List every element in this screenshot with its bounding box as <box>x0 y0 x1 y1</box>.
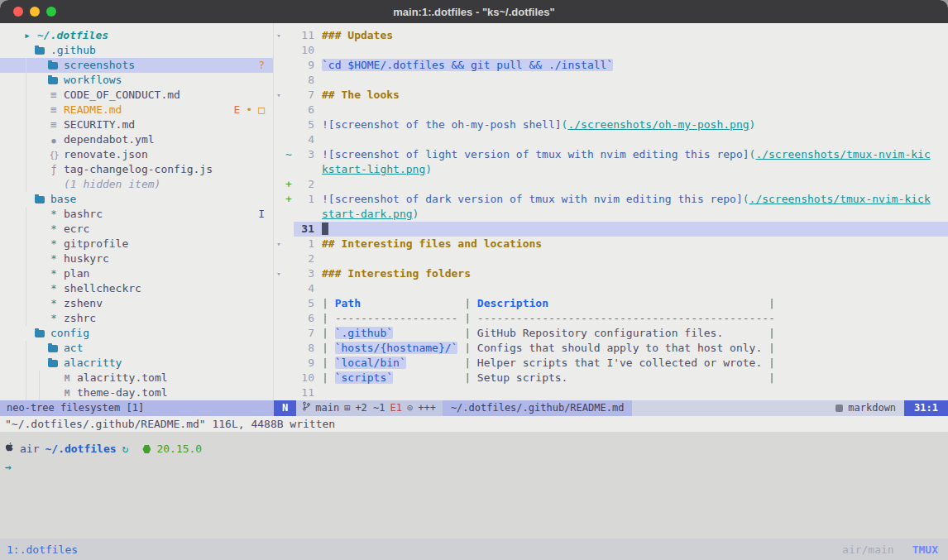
shellscript-icon: * <box>48 207 60 222</box>
editor-line[interactable]: 4 <box>274 132 948 147</box>
neo-tree-statusline: neo-tree filesystem [1] <box>0 400 274 416</box>
statusline-filepath: ~/.dotfiles/.github/README.md <box>443 400 633 416</box>
editor-line[interactable]: 4 <box>274 281 948 296</box>
tree-item-config[interactable]: config <box>0 326 273 341</box>
tmux-window-name[interactable]: 1:.dotfiles <box>7 543 78 556</box>
fold-marker-icon[interactable]: ▾ <box>274 28 284 43</box>
tree-item-theme-day-toml[interactable]: Mtheme-day.toml <box>0 385 273 400</box>
shell-pane[interactable]: air ~/.dotfiles ↻ 20.15.0 → <box>0 432 948 538</box>
editor-line[interactable]: +2 <box>274 177 948 192</box>
editor-line[interactable]: ~3![screenshot of light version of tmux … <box>274 147 948 162</box>
indent-guide <box>26 251 26 266</box>
editor-line[interactable]: 8 <box>274 73 948 88</box>
syntax-span: `scripts` <box>335 371 393 384</box>
tree-item-alacritty-toml[interactable]: Malacritty.toml <box>0 371 273 385</box>
editor-line[interactable]: 6| ------------------- | ---------------… <box>274 311 948 326</box>
indent-guide <box>26 73 26 88</box>
editor-line[interactable]: 2 <box>274 251 948 266</box>
statusline: neo-tree filesystem [1] N main ⊞ +2 ~1 E… <box>0 400 948 416</box>
editor-line[interactable]: 6 <box>274 103 948 117</box>
tree-item-code-of-conduct-md[interactable]: ≡CODE_OF_CONDUCT.md <box>0 88 273 103</box>
git-branch-icon <box>303 400 310 416</box>
status-badges: E•□ <box>228 103 265 117</box>
folder-icon <box>48 345 58 352</box>
editor-line[interactable]: ▾3### Interesting folders <box>274 266 948 281</box>
sign-column <box>284 237 294 251</box>
fold-marker-icon[interactable]: ▾ <box>274 266 284 281</box>
editor-line[interactable]: ▾1## Interesting files and locations <box>274 237 948 251</box>
editor-line[interactable]: 7| `.github` | GitHub Repository configu… <box>274 326 948 341</box>
tree-item-tag-changelog-config-js[interactable]: ƒtag-changelog-config.js <box>0 162 273 177</box>
tree-item-dependabot-yml[interactable]: ●dependabot.yml <box>0 132 273 147</box>
syntax-span: kstart-light.png <box>322 163 425 175</box>
editor-line-text: `cd $HOME/.dotfiles && git pull && ./ins… <box>322 58 948 73</box>
shellscript-icon: * <box>48 296 60 311</box>
tree-item-label: renovate.json <box>64 148 148 160</box>
tree-item-dotfiles[interactable]: ▸~/.dotfiles <box>0 28 273 43</box>
tree-item-act[interactable]: act <box>0 341 273 356</box>
tree-item-zshenv[interactable]: *zshenv <box>0 296 273 311</box>
fold-marker-icon[interactable]: ▾ <box>274 88 284 103</box>
editor-line[interactable]: +1![screenshot of dark version of tmux w… <box>274 192 948 207</box>
syntax-span <box>406 357 464 369</box>
editor-line[interactable]: ▾11### Updates <box>274 28 948 43</box>
tree-item-alacritty[interactable]: alacritty <box>0 356 273 371</box>
tree-item-huskyrc[interactable]: *huskyrc <box>0 251 273 266</box>
tree-item-label: ecrc <box>64 223 89 235</box>
syntax-span: | <box>322 357 335 369</box>
tree-item-bashrc[interactable]: *bashrcI <box>0 207 273 222</box>
editor-line-text: | `local/bin` | Helper scripts that I've… <box>322 356 948 371</box>
indent-guide <box>26 207 26 222</box>
fold-column <box>274 73 284 88</box>
tree-item-readme-md[interactable]: ≡README.mdE•□ <box>0 103 273 117</box>
close-button[interactable] <box>13 7 23 17</box>
tree-item-ecrc[interactable]: *ecrc <box>0 222 273 237</box>
shell-input-line[interactable]: → <box>5 460 948 475</box>
line-number: 4 <box>294 281 322 296</box>
editor-line[interactable]: 9| `local/bin` | Helper scripts that I'v… <box>274 356 948 371</box>
tree-item-security-md[interactable]: ≡SECURITY.md <box>0 117 273 132</box>
editor-line[interactable]: 31 <box>274 222 948 237</box>
git-untracked-badge: ? <box>258 59 265 71</box>
minimize-button[interactable] <box>30 7 40 17</box>
syntax-span: ) <box>749 118 756 131</box>
editor-line-text: ## Interesting files and locations <box>322 237 948 251</box>
editor-line[interactable]: 10 <box>274 43 948 58</box>
line-number: 2 <box>294 251 322 266</box>
editor-line-text: ## The looks <box>322 88 948 103</box>
editor-line-text: | `scripts` | Setup scripts. | <box>322 371 948 385</box>
sign-column <box>284 103 294 117</box>
syntax-span <box>723 327 768 339</box>
tree-item-renovate-json[interactable]: {}renovate.json <box>0 147 273 162</box>
tree-item-label: gitprofile <box>64 237 128 250</box>
tree-item-gitprofile[interactable]: *gitprofile <box>0 237 273 251</box>
tree-item-label: act <box>64 342 83 354</box>
editor-line[interactable]: kstart-light.png) <box>274 162 948 177</box>
zoom-button[interactable] <box>46 7 56 17</box>
editor-line[interactable]: ▾7## The looks <box>274 88 948 103</box>
editor-line[interactable]: 5![screenshot of the oh-my-posh shell](.… <box>274 117 948 132</box>
sign-column <box>284 326 294 341</box>
editor-line[interactable]: start-dark.png) <box>274 207 948 222</box>
syntax-span: | <box>322 327 335 339</box>
editor-line[interactable]: 9`cd $HOME/.dotfiles && git pull && ./in… <box>274 58 948 73</box>
tree-item-shellcheckrc[interactable]: *shellcheckrc <box>0 281 273 296</box>
tree-item-screenshots[interactable]: screenshots? <box>0 58 273 73</box>
editor-line[interactable]: 10| `scripts` | Setup scripts. | <box>274 371 948 385</box>
tree-item-workflows[interactable]: workflows <box>0 73 273 88</box>
tree-item-github[interactable]: .github <box>0 43 273 58</box>
tree-item-plan[interactable]: *plan <box>0 266 273 281</box>
editor-line[interactable]: 5| Path | Description | <box>274 296 948 311</box>
editor-line[interactable]: 8| `hosts/{hostname}/` | Configs that sh… <box>274 341 948 356</box>
tree-item-zshrc[interactable]: *zshrc <box>0 311 273 326</box>
diagnostics-count: E1 <box>390 400 402 416</box>
fold-marker-icon[interactable]: ▾ <box>274 237 284 251</box>
editor-line[interactable]: 11 <box>274 385 948 400</box>
editor-line-text <box>322 385 948 400</box>
fold-column <box>274 222 284 237</box>
indent-guide <box>26 385 26 400</box>
sign-column <box>284 132 294 147</box>
tree-item-base[interactable]: base <box>0 192 273 207</box>
line-number: 5 <box>294 117 322 132</box>
tree-item-1-hidden-item[interactable]: (1 hidden item) <box>0 177 273 192</box>
